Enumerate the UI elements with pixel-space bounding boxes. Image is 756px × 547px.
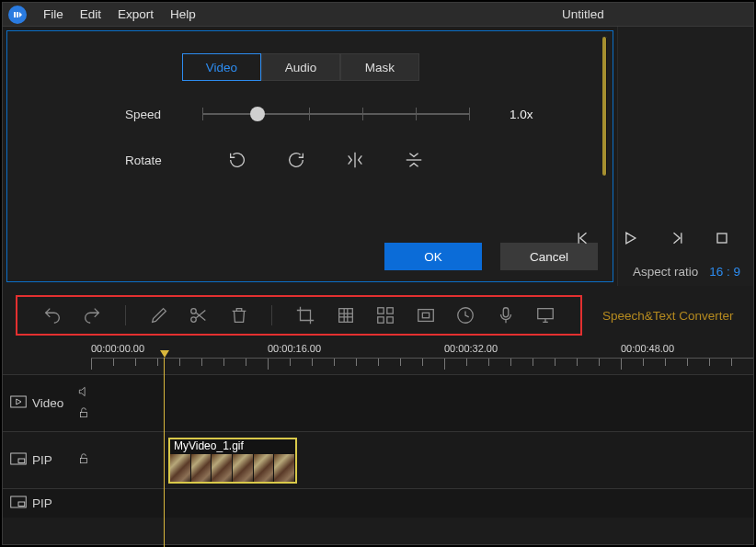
- track-pip-2: PIP: [3, 488, 753, 518]
- menu-help[interactable]: Help: [170, 7, 196, 21]
- play-icon[interactable]: [613, 225, 647, 251]
- svg-rect-1: [17, 12, 18, 17]
- rotate-label: Rotate: [125, 154, 180, 167]
- svg-rect-11: [418, 310, 433, 322]
- track-label: PIP: [32, 453, 52, 467]
- svg-point-5: [191, 317, 197, 323]
- tab-audio[interactable]: Audio: [261, 53, 340, 81]
- speed-slider[interactable]: [202, 105, 469, 123]
- redo-icon[interactable]: [82, 304, 104, 326]
- pip-track-icon: [10, 496, 27, 511]
- tab-video[interactable]: Video: [182, 53, 261, 81]
- ruler-time: 00:00:00.00: [91, 343, 144, 354]
- ruler-time: 00:00:16.00: [268, 343, 321, 354]
- mute-icon[interactable]: [77, 385, 90, 401]
- menu-file[interactable]: File: [43, 7, 63, 21]
- edit-icon[interactable]: [148, 304, 170, 326]
- split-icon[interactable]: [188, 304, 210, 326]
- lock-icon[interactable]: [77, 452, 90, 468]
- svg-rect-6: [338, 309, 352, 323]
- ruler-time: 00:00:48.00: [621, 343, 674, 354]
- separator: [125, 305, 126, 325]
- window-title: Untitled: [562, 7, 604, 21]
- tab-mask[interactable]: Mask: [340, 53, 419, 81]
- timeline-toolbar: [16, 295, 582, 336]
- preview-panel: Aspect ratio 16 : 9: [617, 27, 753, 286]
- app-logo: [8, 6, 27, 24]
- stop-icon[interactable]: [705, 225, 739, 251]
- delete-icon[interactable]: [228, 304, 250, 326]
- properties-panel: Video Audio Mask Speed 1.0x: [6, 30, 613, 282]
- svg-rect-9: [378, 317, 384, 323]
- rotate-cw-icon[interactable]: [280, 147, 313, 173]
- svg-rect-16: [11, 396, 27, 407]
- undo-icon[interactable]: [41, 304, 63, 326]
- flip-vertical-icon[interactable]: [397, 147, 430, 173]
- svg-rect-10: [387, 317, 393, 323]
- track-pip-1: PIP MyVideo_1.gif: [3, 431, 753, 488]
- track-label: Video: [32, 396, 63, 410]
- crop-icon[interactable]: [294, 304, 316, 326]
- aspect-ratio-value[interactable]: 16 : 9: [709, 265, 740, 279]
- ok-button[interactable]: OK: [384, 243, 482, 270]
- svg-rect-3: [717, 234, 727, 243]
- prev-frame-icon[interactable]: [567, 225, 601, 251]
- duration-icon[interactable]: [454, 304, 476, 326]
- clip-label: MyVideo_1.gif: [170, 439, 295, 454]
- timeline-ruler[interactable]: 00:00:00.00 00:00:16.00 00:00:32.00 00:0…: [3, 343, 753, 374]
- svg-rect-20: [18, 459, 25, 463]
- ruler-time: 00:00:32.00: [444, 343, 498, 354]
- svg-marker-2: [19, 12, 22, 17]
- grid-icon[interactable]: [374, 304, 396, 326]
- mosaic-icon[interactable]: [335, 304, 357, 326]
- menu-edit[interactable]: Edit: [80, 7, 101, 21]
- svg-rect-21: [81, 458, 87, 462]
- svg-rect-18: [81, 412, 87, 416]
- lock-icon[interactable]: [77, 406, 90, 422]
- aspect-ratio-label: Aspect ratio: [633, 265, 698, 279]
- video-track-icon: [10, 395, 27, 411]
- svg-rect-14: [503, 308, 509, 317]
- track-video: Video: [3, 374, 753, 431]
- svg-rect-23: [18, 502, 25, 507]
- rotate-ccw-icon[interactable]: [221, 147, 254, 173]
- svg-rect-15: [538, 309, 554, 319]
- svg-point-4: [191, 309, 197, 314]
- record-screen-icon[interactable]: [534, 304, 556, 326]
- speed-value: 1.0x: [510, 108, 533, 121]
- speed-label: Speed: [125, 108, 180, 121]
- separator: [271, 305, 272, 325]
- voiceover-icon[interactable]: [495, 304, 517, 326]
- menu-export[interactable]: Export: [118, 7, 154, 21]
- frame-icon[interactable]: [415, 304, 437, 326]
- timeline-clip[interactable]: MyVideo_1.gif: [168, 438, 297, 484]
- pip-track-icon: [10, 452, 27, 468]
- track-label: PIP: [32, 496, 52, 510]
- svg-rect-8: [387, 308, 393, 313]
- svg-rect-0: [14, 12, 16, 17]
- svg-rect-7: [378, 308, 384, 313]
- menubar: File Edit Export Help Untitled: [3, 3, 753, 27]
- next-frame-icon[interactable]: [659, 225, 693, 251]
- svg-rect-12: [422, 313, 429, 318]
- speech-text-converter-link[interactable]: Speech&Text Converter: [602, 309, 734, 323]
- svg-marker-17: [17, 399, 21, 405]
- flip-horizontal-icon[interactable]: [338, 147, 372, 173]
